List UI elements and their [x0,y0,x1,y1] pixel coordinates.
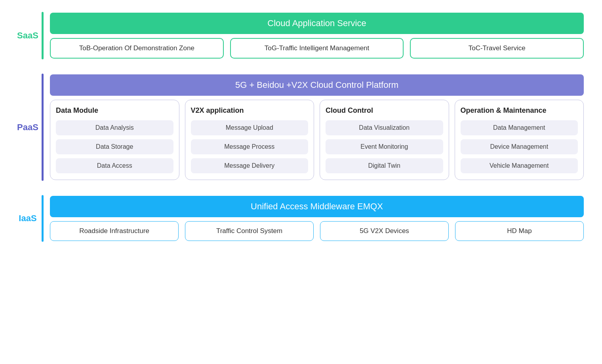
iaas-card-0: Roadside Infrastructure [50,221,179,241]
paas-sub-item-0-1: Data Storage [56,139,173,154]
paas-sub-item-1-2: Message Delivery [191,158,309,173]
paas-module-3: Operation & Maintenance Data Management … [455,100,584,180]
paas-sub-item-3-1: Device Management [461,139,578,154]
paas-modules-row: Data Module Data Analysis Data Storage D… [50,100,584,180]
iaas-label: IaaS [12,191,44,246]
iaas-label-text: IaaS [19,213,36,224]
paas-sub-item-1-0: Message Upload [191,120,309,135]
paas-sub-item-3-2: Vehicle Management [461,158,578,173]
iaas-cards-row: Roadside Infrastructure Traffic Control … [50,221,584,241]
saas-label: SaaS [12,8,44,63]
paas-sub-item-1-1: Message Process [191,139,309,154]
paas-sub-item-0-0: Data Analysis [56,120,173,135]
paas-module-title-1: V2X application [191,106,309,115]
iaas-bar [42,195,44,242]
paas-banner: 5G + Beidou +V2X Cloud Control Platform [50,74,584,96]
paas-sub-item-3-0: Data Management [461,120,578,135]
paas-label: PaaS [12,70,44,185]
saas-layer: SaaS Cloud Application Service ToB-Opera… [12,8,590,70]
iaas-card-3: HD Map [455,221,584,241]
paas-sub-item-2-1: Event Monitoring [326,139,443,154]
paas-content: 5G + Beidou +V2X Cloud Control Platform … [44,70,590,185]
paas-module-title-0: Data Module [56,106,173,115]
architecture-diagram: SaaS Cloud Application Service ToB-Opera… [12,8,590,356]
paas-module-title-3: Operation & Maintenance [461,106,578,115]
saas-card-0: ToB-Operation Of Demonstration Zone [50,38,224,59]
saas-label-text: SaaS [17,30,38,41]
paas-layer: PaaS 5G + Beidou +V2X Cloud Control Plat… [12,70,590,191]
paas-module-title-2: Cloud Control [326,106,443,115]
iaas-card-2: 5G V2X Devices [320,221,449,241]
paas-sub-item-0-2: Data Access [56,158,173,173]
paas-module-0: Data Module Data Analysis Data Storage D… [50,100,179,180]
iaas-content: Unified Access Middleware EMQX Roadside … [44,191,590,246]
iaas-layer: IaaS Unified Access Middleware EMQX Road… [12,191,590,249]
paas-label-text: PaaS [17,122,38,133]
paas-module-1: V2X application Message Upload Message P… [185,100,314,180]
saas-card-1: ToG-Traffic Intelligent Management [230,38,404,59]
paas-module-2: Cloud Control Data Visualization Event M… [320,100,449,180]
saas-cards-row: ToB-Operation Of Demonstration Zone ToG-… [50,38,584,59]
saas-card-2: ToC-Travel Service [410,38,584,59]
paas-sub-item-2-2: Digital Twin [326,158,443,173]
saas-content: Cloud Application Service ToB-Operation … [44,8,590,63]
saas-banner: Cloud Application Service [50,13,584,34]
iaas-banner: Unified Access Middleware EMQX [50,196,584,217]
iaas-card-1: Traffic Control System [185,221,314,241]
paas-bar [42,74,44,181]
saas-bar [42,12,44,59]
paas-sub-item-2-0: Data Visualization [326,120,443,135]
